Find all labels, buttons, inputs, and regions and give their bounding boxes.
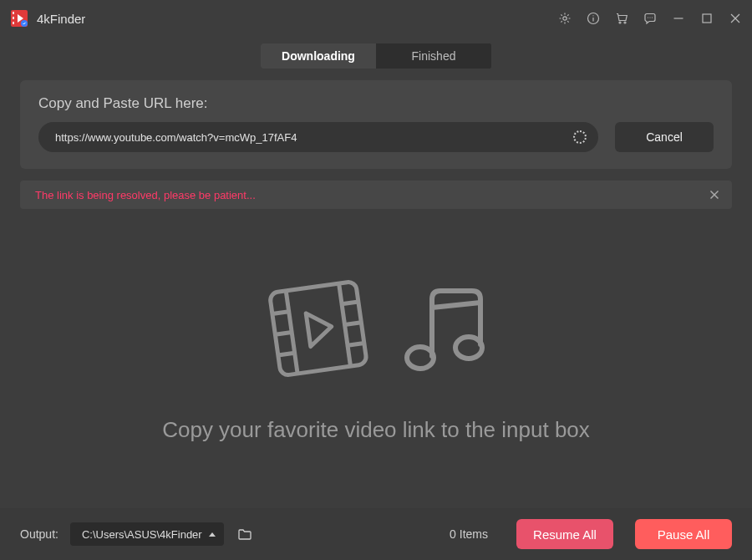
svg-marker-30 bbox=[306, 309, 333, 346]
output-path-text: C:\Users\ASUS\4kFinder bbox=[82, 528, 202, 541]
notice-bar: The link is being resolved, please be pa… bbox=[20, 181, 732, 209]
svg-line-25 bbox=[275, 332, 292, 334]
svg-line-31 bbox=[432, 303, 480, 308]
empty-state: Copy your favorite video link to the inp… bbox=[0, 209, 752, 508]
empty-hint-text: Copy your favorite video link to the inp… bbox=[162, 417, 590, 443]
svg-point-6 bbox=[563, 17, 567, 20]
svg-line-27 bbox=[342, 302, 358, 304]
output-path-select[interactable]: C:\Users\ASUS\4kFinder bbox=[70, 522, 224, 546]
svg-point-32 bbox=[407, 347, 434, 369]
url-panel: Copy and Paste URL here: Cancel bbox=[20, 80, 732, 169]
minimize-icon[interactable] bbox=[672, 12, 685, 25]
svg-rect-2 bbox=[13, 17, 14, 19]
titlebar: 4kFinder bbox=[0, 0, 752, 37]
close-icon[interactable] bbox=[729, 12, 742, 25]
items-count: 0 Items bbox=[450, 527, 488, 541]
settings-icon[interactable] bbox=[558, 12, 572, 25]
url-input[interactable] bbox=[55, 131, 573, 144]
app-title: 4kFinder bbox=[37, 12, 85, 26]
resume-all-button[interactable]: Resume All bbox=[516, 519, 613, 549]
chat-icon[interactable] bbox=[643, 12, 657, 25]
open-folder-button[interactable] bbox=[236, 525, 254, 543]
svg-point-11 bbox=[624, 22, 626, 23]
svg-line-28 bbox=[345, 322, 362, 324]
info-icon[interactable] bbox=[587, 12, 600, 25]
svg-rect-3 bbox=[13, 22, 14, 24]
svg-point-10 bbox=[619, 22, 621, 23]
bottom-bar: Output: C:\Users\ASUS\4kFinder 0 Items R… bbox=[0, 508, 752, 560]
tab-finished[interactable]: Finished bbox=[376, 43, 491, 69]
notice-close-icon[interactable] bbox=[709, 189, 720, 201]
svg-line-24 bbox=[272, 311, 289, 313]
svg-rect-1 bbox=[13, 12, 14, 14]
tab-downloading[interactable]: Downloading bbox=[261, 43, 376, 69]
pause-all-button[interactable]: Pause All bbox=[635, 519, 732, 549]
maximize-icon[interactable] bbox=[700, 12, 714, 25]
empty-illustration-icon bbox=[260, 275, 492, 384]
cart-icon[interactable] bbox=[615, 12, 628, 25]
svg-point-12 bbox=[648, 17, 648, 18]
loading-spinner-icon bbox=[573, 130, 587, 144]
cancel-button[interactable]: Cancel bbox=[615, 122, 714, 152]
output-label: Output: bbox=[20, 527, 58, 541]
svg-point-9 bbox=[592, 15, 593, 16]
notice-text: The link is being resolved, please be pa… bbox=[35, 189, 709, 201]
svg-rect-21 bbox=[269, 281, 367, 376]
svg-line-29 bbox=[348, 343, 364, 345]
svg-point-14 bbox=[652, 17, 653, 18]
svg-point-33 bbox=[455, 337, 482, 359]
app-logo-icon bbox=[10, 9, 28, 28]
svg-line-26 bbox=[278, 353, 295, 355]
url-label: Copy and Paste URL here: bbox=[38, 95, 714, 112]
caret-up-icon bbox=[209, 532, 216, 537]
svg-rect-16 bbox=[703, 14, 711, 23]
url-input-wrap bbox=[38, 122, 598, 152]
tab-row: Downloading Finished bbox=[0, 37, 752, 80]
svg-point-13 bbox=[649, 17, 650, 18]
